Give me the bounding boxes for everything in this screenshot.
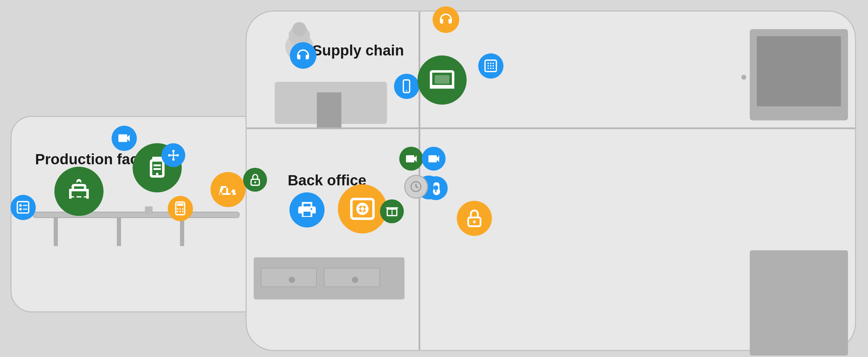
bo-printer-icon[interactable] xyxy=(289,192,325,227)
prod-calculator-icon[interactable] xyxy=(168,196,193,221)
svg-point-13 xyxy=(172,150,175,152)
svg-point-45 xyxy=(490,63,492,64)
conveyor-support xyxy=(180,218,184,246)
conveyor-item xyxy=(145,206,153,214)
svg-point-2 xyxy=(19,208,22,211)
conveyor-support xyxy=(54,218,58,246)
svg-point-10 xyxy=(156,173,159,175)
svg-point-14 xyxy=(172,158,175,160)
svg-point-24 xyxy=(182,211,183,212)
right-cabinet xyxy=(750,250,848,356)
svg-point-5 xyxy=(74,195,76,198)
bo-safe-icon[interactable] xyxy=(338,184,387,233)
bo-camera2-icon[interactable] xyxy=(399,147,423,171)
svg-point-26 xyxy=(254,181,256,183)
door xyxy=(317,92,341,127)
svg-point-50 xyxy=(488,68,489,69)
bo-access-icon[interactable] xyxy=(243,168,267,192)
svg-point-29 xyxy=(361,207,365,211)
bo-box-icon[interactable] xyxy=(380,199,404,223)
sc-headset-blue-icon[interactable] xyxy=(290,42,316,69)
filing-cabinet xyxy=(254,257,405,299)
svg-point-1 xyxy=(19,204,22,207)
prod-connector-icon[interactable] xyxy=(161,143,185,167)
svg-point-47 xyxy=(488,65,489,67)
svg-point-12 xyxy=(176,154,179,157)
sc-keypad-icon[interactable] xyxy=(478,53,503,79)
conveyor-belt xyxy=(33,212,240,218)
sc-phone-icon[interactable] xyxy=(394,74,419,99)
prod-camera-icon[interactable] xyxy=(112,126,137,151)
svg-point-48 xyxy=(490,65,492,67)
svg-point-44 xyxy=(488,63,489,64)
svg-point-21 xyxy=(182,209,183,210)
svg-point-6 xyxy=(81,195,84,198)
prod-forklift-icon[interactable] xyxy=(211,172,246,207)
building-production xyxy=(11,116,263,312)
sc-headset-gold-icon[interactable] xyxy=(433,6,459,33)
sc-laptop-icon[interactable] xyxy=(418,55,467,105)
svg-point-51 xyxy=(490,68,492,69)
supply-chain-label: Supply chain xyxy=(312,42,404,59)
svg-point-23 xyxy=(180,211,181,212)
sc-lock-icon[interactable] xyxy=(457,201,492,236)
prod-robot-icon[interactable] xyxy=(54,167,104,216)
svg-point-20 xyxy=(180,209,181,210)
conveyor-support xyxy=(117,218,121,246)
svg-point-52 xyxy=(493,68,494,69)
svg-rect-18 xyxy=(177,204,183,206)
svg-point-54 xyxy=(473,220,476,223)
svg-point-11 xyxy=(168,154,171,157)
clock-decoration xyxy=(404,175,428,199)
prod-panel-icon[interactable] xyxy=(11,195,36,220)
svg-point-46 xyxy=(493,63,494,64)
svg-rect-42 xyxy=(435,75,449,84)
svg-rect-0 xyxy=(18,202,29,213)
svg-line-57 xyxy=(416,187,418,188)
svg-point-22 xyxy=(177,211,179,212)
wall-element xyxy=(741,75,746,80)
svg-point-49 xyxy=(493,65,494,67)
floor-divider xyxy=(247,127,855,129)
screen-display xyxy=(757,36,841,106)
svg-point-19 xyxy=(177,209,179,210)
svg-point-40 xyxy=(406,90,407,92)
sc-camera3-icon[interactable] xyxy=(422,147,446,171)
